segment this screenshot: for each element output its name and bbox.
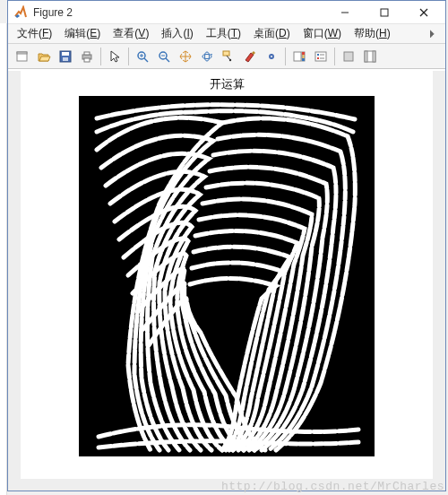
svg-rect-5 bbox=[17, 52, 27, 54]
menu-file[interactable]: 文件(F) bbox=[12, 24, 57, 43]
svg-line-17 bbox=[166, 58, 169, 62]
print-button[interactable] bbox=[77, 47, 97, 66]
axes-panel: 开运算 bbox=[21, 71, 433, 479]
svg-rect-21 bbox=[223, 51, 229, 56]
fingerprint-image bbox=[79, 96, 375, 456]
toolbar bbox=[8, 44, 445, 69]
menu-tools[interactable]: 工具(T) bbox=[201, 24, 246, 43]
menubar: 文件(F) 编辑(E) 查看(V) 插入(I) 工具(T) 桌面(D) 窗口(W… bbox=[8, 24, 445, 44]
toolbar-sep bbox=[334, 48, 335, 65]
pointer-button[interactable] bbox=[105, 47, 125, 66]
toolbar-sep bbox=[128, 48, 129, 65]
open-button[interactable] bbox=[34, 47, 54, 66]
brush-button[interactable] bbox=[240, 47, 260, 66]
minimize-button[interactable] bbox=[325, 3, 365, 22]
axes-title: 开运算 bbox=[210, 76, 245, 92]
svg-rect-8 bbox=[63, 57, 68, 61]
toolbar-sep bbox=[100, 48, 101, 65]
figure-content: 开运算 bbox=[8, 71, 445, 491]
menu-window[interactable]: 窗口(W) bbox=[297, 24, 347, 43]
left-gutter bbox=[0, 23, 7, 495]
new-figure-button[interactable] bbox=[13, 47, 32, 66]
close-button[interactable] bbox=[404, 3, 444, 22]
svg-point-19 bbox=[202, 54, 211, 58]
menu-edit[interactable]: 编辑(E) bbox=[59, 24, 106, 43]
save-button[interactable] bbox=[56, 47, 75, 66]
colorbar-button[interactable] bbox=[289, 47, 309, 66]
svg-rect-36 bbox=[373, 51, 375, 62]
rotate3d-button[interactable] bbox=[197, 47, 217, 66]
svg-rect-28 bbox=[315, 52, 326, 61]
hide-plot-tools-button[interactable] bbox=[339, 47, 358, 66]
svg-rect-11 bbox=[84, 58, 90, 62]
pan-button[interactable] bbox=[176, 47, 195, 66]
zoom-in-button[interactable] bbox=[133, 47, 152, 66]
svg-rect-7 bbox=[62, 52, 69, 56]
titlebar: Figure 2 bbox=[8, 1, 445, 24]
svg-line-13 bbox=[144, 58, 148, 62]
zoom-out-button[interactable] bbox=[154, 47, 174, 66]
matlab-icon bbox=[13, 5, 28, 20]
svg-rect-26 bbox=[302, 52, 305, 55]
svg-rect-35 bbox=[365, 51, 367, 62]
svg-point-20 bbox=[205, 52, 210, 61]
menu-overflow-icon[interactable]: 🞂 bbox=[424, 28, 442, 40]
svg-rect-24 bbox=[294, 52, 301, 61]
menu-help[interactable]: 帮助(H) bbox=[349, 24, 396, 43]
toolbar-sep bbox=[285, 48, 286, 65]
maximize-button[interactable] bbox=[365, 3, 404, 22]
data-cursor-button[interactable] bbox=[219, 47, 238, 66]
window-title: Figure 2 bbox=[33, 6, 325, 19]
figure-window: Figure 2 文件(F) 编辑(E) 查看(V) 插入(I) 工具(T) 桌… bbox=[7, 0, 446, 491]
menu-desktop[interactable]: 桌面(D) bbox=[248, 24, 296, 43]
menu-insert[interactable]: 插入(I) bbox=[156, 24, 198, 43]
svg-rect-27 bbox=[302, 58, 305, 61]
show-plot-tools-button[interactable] bbox=[360, 47, 380, 66]
legend-button[interactable] bbox=[311, 47, 331, 66]
menu-view[interactable]: 查看(V) bbox=[108, 24, 154, 43]
svg-point-23 bbox=[229, 58, 231, 60]
svg-rect-33 bbox=[344, 52, 353, 61]
svg-rect-10 bbox=[84, 52, 90, 55]
svg-rect-1 bbox=[381, 9, 388, 16]
link-plot-button[interactable] bbox=[262, 47, 281, 66]
window-buttons bbox=[325, 3, 444, 22]
